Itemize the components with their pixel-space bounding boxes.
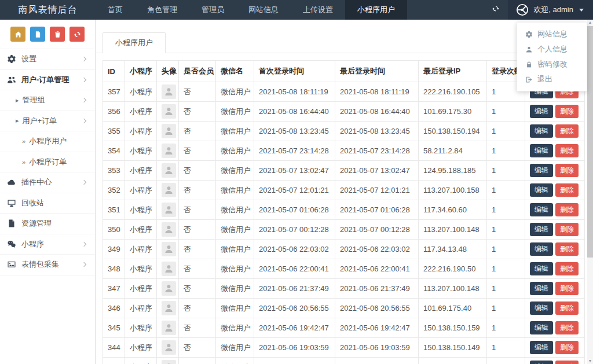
delete-button[interactable]: 删除 — [555, 321, 579, 334]
sidebar-item-3[interactable]: ▸用户+订单 — [0, 111, 95, 132]
nav-item-1[interactable]: 角色管理 — [135, 0, 189, 20]
scrollbar-thumb[interactable] — [587, 26, 593, 258]
person-icon — [164, 343, 174, 352]
cell-member: 否 — [179, 259, 216, 279]
delete-button[interactable]: 删除 — [555, 242, 579, 256]
edit-button[interactable]: 编辑 — [530, 105, 553, 118]
sidebar-item-8[interactable]: 资源管理 — [0, 214, 95, 234]
lock-icon — [525, 61, 533, 68]
edit-button[interactable]: 编辑 — [530, 361, 553, 364]
actions-cell: 编辑删除 — [525, 200, 585, 220]
table-header-row: ID小程序头像是否会员微信名首次登录时间最后登录时间最后登录IP登录次数 — [103, 61, 585, 82]
delete-button[interactable]: 删除 — [555, 223, 579, 236]
sidebar-item-4[interactable]: »小程序用户 — [0, 131, 95, 152]
file-icon — [7, 219, 16, 228]
edit-button[interactable]: 编辑 — [530, 341, 553, 354]
cell-member: 否 — [179, 318, 216, 338]
delete-button[interactable]: 删除 — [555, 262, 579, 275]
table-row: 350小程序否微信用户2021-05-07 00:12:282021-05-07… — [103, 220, 585, 240]
users-table: ID小程序头像是否会员微信名首次登录时间最后登录时间最后登录IP登录次数 357… — [103, 60, 585, 364]
refresh-button[interactable] — [484, 0, 508, 20]
edit-button[interactable]: 编辑 — [530, 223, 553, 236]
user-menu-toggle[interactable]: 欢迎, admin — [508, 0, 593, 20]
sidebar-menu: 设置用户-订单管理▸管理组▸用户+订单»小程序用户»小程序订单插件中心回收站资源… — [0, 49, 95, 275]
cell-first_login: 2021-05-07 12:01:21 — [254, 181, 335, 200]
delete-button[interactable]: 删除 — [555, 361, 579, 364]
user-menu-item-2[interactable]: 密码修改 — [517, 57, 587, 72]
actions-cell: 编辑删除 — [525, 240, 585, 259]
edit-button[interactable]: 编辑 — [530, 164, 553, 177]
cell-first_login: 2021-05-07 00:12:28 — [254, 220, 335, 240]
edit-button[interactable]: 编辑 — [530, 203, 553, 216]
sidebar-item-9[interactable]: 小程序 — [0, 234, 95, 255]
trash-button[interactable] — [50, 27, 65, 42]
delete-button[interactable]: 删除 — [555, 282, 579, 295]
cell-count: 1 — [487, 122, 525, 141]
sidebar-item-2[interactable]: ▸管理组 — [0, 90, 95, 111]
cell-count: 1 — [487, 259, 525, 279]
nav-item-3[interactable]: 网站信息 — [236, 0, 291, 20]
edit-button[interactable]: 编辑 — [530, 144, 553, 157]
delete-button[interactable]: 删除 — [555, 164, 579, 177]
edit-button[interactable]: 编辑 — [530, 124, 553, 138]
nav-item-0[interactable]: 首页 — [96, 0, 135, 20]
sidebar-item-7[interactable]: 回收站 — [0, 193, 95, 214]
edit-button[interactable]: 编辑 — [530, 282, 553, 295]
cell-last_login: 2021-05-06 21:37:49 — [335, 279, 419, 299]
sidebar-item-label: 用户-订单管理 — [21, 75, 69, 85]
nav-item-4[interactable]: 上传设置 — [291, 0, 345, 20]
vertical-scrollbar[interactable]: ▲ ▼ — [587, 20, 593, 364]
cell-id: 350 — [103, 220, 125, 240]
cell-count: 1 — [487, 200, 525, 220]
recycle-button[interactable] — [69, 27, 85, 42]
delete-button[interactable]: 删除 — [555, 302, 579, 315]
edit-button[interactable]: 编辑 — [530, 302, 553, 315]
edit-button[interactable]: 编辑 — [530, 242, 553, 256]
cell-member: 否 — [179, 279, 216, 299]
user-menu-item-3[interactable]: 退出 — [517, 72, 587, 87]
person-icon — [164, 244, 174, 254]
delete-button[interactable]: 删除 — [555, 144, 579, 157]
nav-item-label: 网站信息 — [248, 5, 279, 15]
nav-item-2[interactable]: 管理员 — [189, 0, 236, 20]
sidebar-item-label: 小程序订单 — [29, 157, 67, 167]
user-menu-item-0[interactable]: 网站信息 — [517, 27, 587, 42]
cell-first_login: 2021-05-06 22:00:41 — [254, 259, 335, 279]
cell-app: 小程序 — [125, 161, 157, 181]
delete-button[interactable]: 删除 — [555, 124, 579, 138]
cell-last_ip: 150.138.150.194 — [419, 122, 487, 141]
cell-count: 1 — [487, 318, 525, 338]
sidebar-item-10[interactable]: 表情包采集 — [0, 255, 95, 275]
scroll-down-arrow[interactable]: ▼ — [587, 358, 593, 364]
edit-button[interactable]: 编辑 — [530, 183, 553, 197]
home-button[interactable] — [10, 27, 25, 42]
sidebar-item-6[interactable]: 插件中心 — [0, 172, 95, 193]
user-menu-item-1[interactable]: 个人信息 — [517, 42, 587, 57]
delete-button[interactable]: 删除 — [555, 183, 579, 197]
file-button[interactable] — [30, 27, 45, 42]
table-body: 357小程序否微信用户2021-05-08 18:11:192021-05-08… — [103, 82, 585, 364]
sidebar-item-1[interactable]: 用户-订单管理 — [0, 70, 95, 91]
tab-mini-program-users[interactable]: 小程序用户 — [103, 32, 166, 53]
cell-member: 否 — [179, 220, 216, 240]
cell-last_login: 2021-05-06 22:03:02 — [335, 240, 419, 259]
cell-last_ip: 124.95.188.185 — [419, 161, 487, 181]
delete-button[interactable]: 删除 — [555, 341, 579, 354]
scroll-up-arrow[interactable]: ▲ — [587, 20, 593, 25]
nav-item-label: 管理员 — [202, 5, 224, 15]
cell-last_ip: 113.207.100.148 — [419, 220, 487, 240]
delete-button[interactable]: 删除 — [555, 105, 579, 118]
edit-button[interactable]: 编辑 — [530, 321, 553, 334]
delete-button[interactable]: 删除 — [555, 203, 579, 216]
actions-cell: 编辑删除 — [525, 141, 585, 161]
sidebar-item-0[interactable]: 设置 — [0, 49, 95, 70]
nav-item-5[interactable]: 小程序用户 — [345, 0, 407, 20]
table-row: 354小程序否微信用户2021-05-07 23:14:282021-05-07… — [103, 141, 585, 161]
column-header-4: 微信名 — [216, 61, 254, 82]
edit-button[interactable]: 编辑 — [530, 262, 553, 275]
sidebar-item-5[interactable]: »小程序订单 — [0, 152, 95, 173]
users-table-wrap: ID小程序头像是否会员微信名首次登录时间最后登录时间最后登录IP登录次数 357… — [103, 60, 585, 364]
cell-wechat_name: 微信用户 — [216, 141, 254, 161]
avatar — [162, 242, 176, 256]
actions-cell: 编辑删除 — [525, 318, 585, 338]
